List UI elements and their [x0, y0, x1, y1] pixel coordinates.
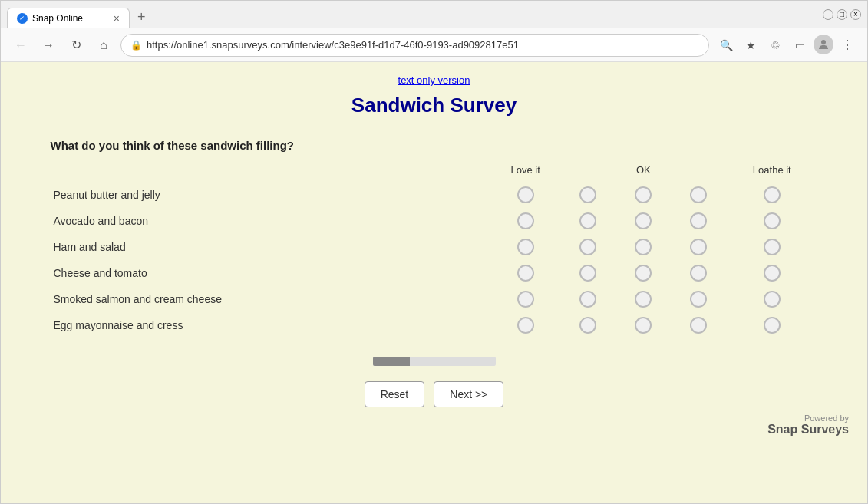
radio-row0-col3[interactable] [690, 186, 707, 203]
radio-row1-col3[interactable] [690, 212, 707, 229]
radio-row1-col2[interactable] [635, 212, 652, 229]
radio-cell [561, 286, 616, 312]
table-row: Ham and salad [51, 234, 818, 260]
table-row: Smoked salmon and cream cheese [51, 286, 818, 312]
tab-close-button[interactable]: × [114, 13, 120, 24]
col-header-love: Love it [490, 164, 561, 182]
radio-cell [490, 182, 561, 208]
title-bar: Snap Online × + — □ × [1, 1, 867, 28]
window-controls: — □ × [823, 9, 861, 20]
radio-cell [671, 208, 726, 234]
survey-title: Sandwich Survey [351, 94, 517, 117]
radio-cell [671, 312, 726, 338]
restore-button[interactable]: □ [837, 9, 847, 20]
radio-cell [616, 312, 671, 338]
favorites-add-button[interactable]: ★ [740, 35, 761, 56]
back-button[interactable]: ← [10, 35, 31, 56]
item-label: Avocado and bacon [51, 208, 490, 234]
radio-cell [671, 286, 726, 312]
radio-cell [490, 286, 561, 312]
survey-container: What do you think of these sandwich fill… [51, 139, 818, 338]
radio-cell [726, 286, 817, 312]
favorites-button[interactable]: ♲ [764, 35, 786, 56]
menu-button[interactable]: ⋮ [837, 35, 858, 56]
radio-cell [561, 312, 616, 338]
minimize-button[interactable]: — [823, 9, 833, 20]
forward-button[interactable]: → [38, 35, 59, 56]
radio-row3-col0[interactable] [517, 265, 534, 282]
address-bar[interactable]: 🔒 https://online1.snapsurveys.com/interv… [120, 34, 709, 57]
radio-cell [726, 312, 817, 338]
address-text: https://online1.snapsurveys.com/intervie… [147, 39, 699, 51]
page-content: text only version Sandwich Survey What d… [1, 62, 867, 503]
radio-row5-col2[interactable] [635, 317, 652, 334]
radio-row1-col4[interactable] [764, 212, 781, 229]
text-only-link[interactable]: text only version [398, 74, 470, 86]
col-header-2 [561, 164, 616, 182]
radio-row4-col2[interactable] [635, 291, 652, 308]
table-header-row: Love it OK Loathe it [51, 164, 818, 182]
radio-row3-col4[interactable] [764, 265, 781, 282]
radio-cell [616, 182, 671, 208]
question-text: What do you think of these sandwich fill… [51, 139, 818, 152]
radio-cell [561, 182, 616, 208]
item-label: Peanut butter and jelly [51, 182, 490, 208]
radio-row4-col4[interactable] [764, 291, 781, 308]
radio-cell [561, 260, 616, 286]
radio-row2-col1[interactable] [579, 239, 596, 255]
radio-row5-col3[interactable] [690, 317, 707, 334]
radio-cell [671, 182, 726, 208]
item-label: Egg mayonnaise and cress [51, 312, 490, 338]
progress-bar-fill [373, 357, 410, 366]
browser-window: Snap Online × + — □ × ← → ↻ ⌂ 🔒 https://… [0, 0, 868, 504]
radio-row1-col1[interactable] [579, 212, 596, 229]
radio-row5-col1[interactable] [579, 317, 596, 334]
col-header-loathe: Loathe it [726, 164, 817, 182]
radio-row4-col0[interactable] [517, 291, 534, 308]
item-label: Smoked salmon and cream cheese [51, 286, 490, 312]
profile-button[interactable] [814, 35, 833, 54]
table-row: Egg mayonnaise and cress [51, 312, 818, 338]
reset-button[interactable]: Reset [365, 381, 425, 407]
radio-row4-col1[interactable] [579, 291, 596, 308]
powered-by-text: Powered by [767, 413, 849, 423]
brand-name: Snap Surveys [767, 423, 849, 436]
radio-row5-col4[interactable] [764, 317, 781, 334]
radio-row5-col0[interactable] [517, 317, 534, 334]
radio-row1-col0[interactable] [517, 212, 534, 229]
active-tab[interactable]: Snap Online × [7, 8, 130, 28]
col-header-item [51, 164, 490, 182]
radio-row3-col1[interactable] [579, 265, 596, 282]
radio-row2-col3[interactable] [690, 239, 707, 255]
radio-row4-col3[interactable] [690, 291, 707, 308]
footer-brand: Powered by Snap Surveys [767, 413, 849, 436]
radio-cell [490, 234, 561, 260]
table-row: Cheese and tomato [51, 260, 818, 286]
tab-bar: Snap Online × + [7, 1, 153, 28]
radio-row2-col0[interactable] [517, 239, 534, 255]
item-label: Cheese and tomato [51, 260, 490, 286]
radio-row2-col4[interactable] [764, 239, 781, 255]
button-row: Reset Next >> [365, 381, 504, 407]
home-button[interactable]: ⌂ [93, 35, 114, 56]
zoom-button[interactable]: 🔍 [715, 35, 737, 56]
radio-row3-col2[interactable] [635, 265, 652, 282]
close-button[interactable]: × [850, 9, 861, 20]
collections-button[interactable]: ▭ [789, 35, 810, 56]
refresh-button[interactable]: ↻ [65, 35, 87, 56]
tab-title: Snap Online [32, 13, 83, 24]
nav-actions: 🔍 ★ ♲ ▭ ⋮ [715, 35, 858, 56]
radio-row0-col1[interactable] [579, 186, 596, 203]
new-tab-button[interactable]: + [130, 5, 153, 28]
radio-cell [490, 312, 561, 338]
radio-row2-col2[interactable] [635, 239, 652, 255]
radio-cell [616, 260, 671, 286]
progress-bar-container [373, 357, 496, 366]
radio-row0-col4[interactable] [764, 186, 781, 203]
radio-row0-col2[interactable] [635, 186, 652, 203]
radio-row0-col0[interactable] [517, 186, 534, 203]
radio-row3-col3[interactable] [690, 265, 707, 282]
rating-table: Love it OK Loathe it Peanut butter and j… [51, 164, 818, 338]
radio-cell [616, 286, 671, 312]
next-button[interactable]: Next >> [434, 381, 503, 407]
